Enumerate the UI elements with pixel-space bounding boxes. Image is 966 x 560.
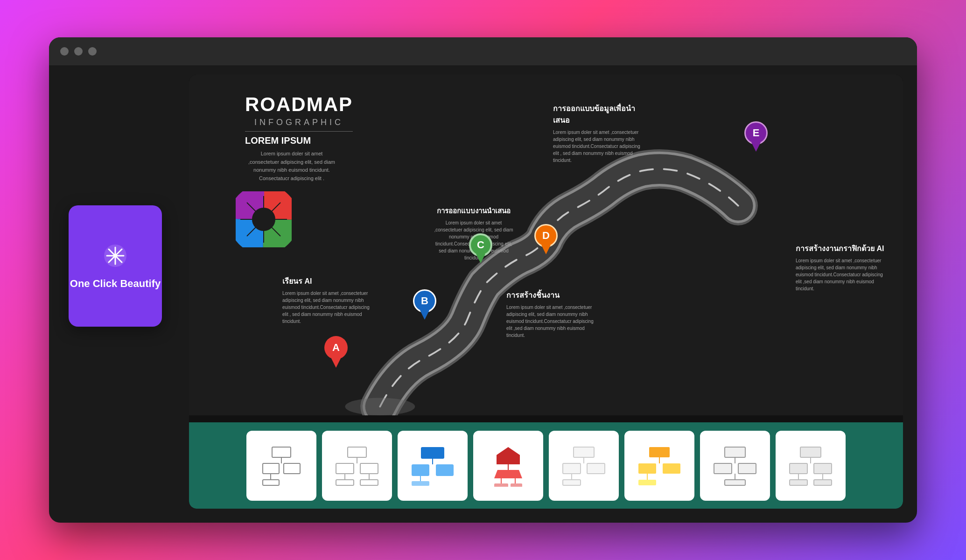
- section-d-block: การออกแบบข้อมูลเพื่อนำเสนอ Lorem ipsum d…: [553, 103, 646, 164]
- pin-e-circle: E: [744, 121, 768, 145]
- pin-d: D: [534, 224, 558, 247]
- svg-rect-48: [563, 480, 581, 485]
- svg-rect-25: [360, 463, 378, 474]
- window-maximize-btn[interactable]: [88, 47, 97, 56]
- section-e-text: Lorem ipsum doler sit amet ,consectetuer…: [796, 257, 889, 292]
- svg-rect-45: [563, 463, 581, 474]
- app-window: One Click Beautify: [49, 37, 917, 523]
- pin-c: C: [469, 233, 492, 257]
- svg-rect-60: [725, 480, 745, 485]
- svg-point-5: [113, 254, 117, 258]
- svg-marker-38: [494, 470, 522, 478]
- section-a-text: Lorem ipsum doler sit amet ,consectetuer…: [282, 290, 376, 325]
- roadmap-title-text: ROADMAP: [245, 93, 353, 116]
- svg-rect-19: [284, 463, 300, 474]
- template-card-1[interactable]: [246, 431, 316, 501]
- pin-e: E: [744, 121, 768, 145]
- title-divider: [245, 131, 353, 132]
- roadmap-subtitle-text: INFOGRAPHIC: [245, 118, 353, 127]
- svg-rect-41: [494, 483, 508, 487]
- section-e-title: การสร้างงานกราฟิกด้วย AI: [796, 243, 889, 254]
- template-card-7[interactable]: [700, 431, 770, 501]
- pin-d-circle: D: [534, 224, 558, 247]
- pin-a: A: [324, 336, 348, 359]
- infographic-area: ROADMAP INFOGRAPHIC LOREM IPSUM Lorem ip…: [189, 75, 903, 415]
- bottom-toolbar: [189, 422, 903, 509]
- lorem-ipsum-text: Lorem ipsum doler sit amet ,consectetuer…: [245, 150, 338, 182]
- section-e-block: การสร้างงานกราฟิกด้วย AI Lorem ipsum dol…: [796, 243, 889, 292]
- svg-rect-52: [663, 463, 680, 474]
- svg-rect-67: [790, 480, 807, 485]
- svg-rect-64: [814, 463, 832, 474]
- template-card-3[interactable]: [398, 431, 468, 501]
- svg-rect-61: [800, 447, 821, 457]
- section-c-title: การออกแบบงานนำเสนอ: [432, 205, 516, 217]
- svg-rect-63: [790, 463, 807, 474]
- roadmap-title: ROADMAP INFOGRAPHIC: [245, 93, 353, 132]
- svg-rect-22: [348, 447, 366, 457]
- main-content: ROADMAP INFOGRAPHIC LOREM IPSUM Lorem ip…: [189, 75, 903, 509]
- section-a-block: เรียนร AI Lorem ipsum doler sit amet ,co…: [282, 275, 376, 325]
- title-bar: [49, 37, 917, 65]
- template-card-4[interactable]: [473, 431, 543, 501]
- template-card-6[interactable]: [624, 431, 694, 501]
- svg-rect-68: [814, 480, 832, 485]
- section-b-text: Lorem ipsum doler sit amet ,consectetuer…: [506, 304, 600, 339]
- svg-rect-16: [272, 447, 291, 457]
- svg-rect-28: [336, 480, 354, 485]
- sparkle-icon: [101, 242, 129, 270]
- svg-rect-54: [638, 480, 656, 485]
- sidebar-logo[interactable]: One Click Beautify: [69, 205, 162, 327]
- svg-rect-58: [738, 463, 756, 474]
- lorem-ipsum-title: LOREM IPSUM: [245, 135, 338, 146]
- window-close-btn[interactable]: [60, 47, 69, 56]
- svg-rect-49: [649, 447, 670, 457]
- pin-a-circle: A: [324, 336, 348, 359]
- pin-c-circle: C: [469, 233, 492, 257]
- svg-rect-42: [511, 483, 522, 487]
- pin-b: B: [413, 289, 436, 313]
- section-d-title: การออกแบบข้อมูลเพื่อนำเสนอ: [553, 103, 646, 126]
- template-card-2[interactable]: [322, 431, 392, 501]
- svg-rect-18: [263, 463, 279, 474]
- svg-rect-55: [725, 447, 745, 457]
- section-a-title: เรียนร AI: [282, 275, 376, 287]
- template-card-5[interactable]: [549, 431, 619, 501]
- svg-rect-46: [587, 463, 605, 474]
- pin-b-circle: B: [413, 289, 436, 313]
- svg-rect-32: [412, 464, 429, 476]
- section-b-title: การสร้างชิ้นงาน: [506, 289, 600, 301]
- svg-rect-24: [336, 463, 354, 474]
- svg-marker-36: [497, 447, 520, 464]
- svg-rect-51: [638, 463, 656, 474]
- svg-rect-57: [714, 463, 732, 474]
- svg-point-6: [345, 398, 415, 415]
- svg-rect-43: [574, 447, 594, 457]
- svg-rect-35: [412, 481, 429, 486]
- svg-rect-29: [360, 480, 378, 485]
- pie-chart: [236, 191, 292, 249]
- svg-rect-21: [263, 480, 279, 485]
- section-b-block: การสร้างชิ้นงาน Lorem ipsum doler sit am…: [506, 289, 600, 339]
- svg-rect-33: [436, 464, 454, 476]
- section-d-text: Lorem ipsum doler sit amet ,consectetuer…: [553, 129, 646, 164]
- window-minimize-btn[interactable]: [74, 47, 83, 56]
- lorem-ipsum-block: LOREM IPSUM Lorem ipsum doler sit amet ,…: [245, 135, 338, 182]
- logo-text: One Click Beautify: [70, 277, 161, 291]
- template-card-8[interactable]: [776, 431, 846, 501]
- svg-rect-30: [421, 447, 444, 459]
